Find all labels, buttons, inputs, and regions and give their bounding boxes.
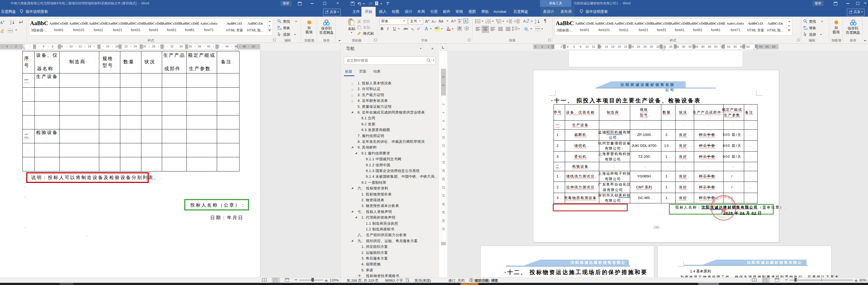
svg-text:Z: Z <box>535 22 536 24</box>
svg-text:A: A <box>523 19 526 23</box>
svg-text:A: A <box>0 21 3 25</box>
svg-text:A: A <box>464 19 467 23</box>
svg-text:A: A <box>447 26 450 30</box>
svg-text:A: A <box>535 19 536 22</box>
svg-text:A: A <box>425 26 428 31</box>
svg-text:A: A <box>425 19 428 24</box>
svg-text:2101040011787: 2101040011787 <box>716 213 731 218</box>
svg-text:字: 字 <box>466 27 468 30</box>
svg-text:x: x <box>408 279 409 282</box>
svg-text:A: A <box>432 20 434 24</box>
svg-text:文: 文 <box>458 21 461 24</box>
svg-text:Aa: Aa <box>438 19 443 23</box>
svg-text:A: A <box>451 19 454 23</box>
svg-text:Z: Z <box>10 23 11 25</box>
svg-text:3: 3 <box>486 22 486 24</box>
